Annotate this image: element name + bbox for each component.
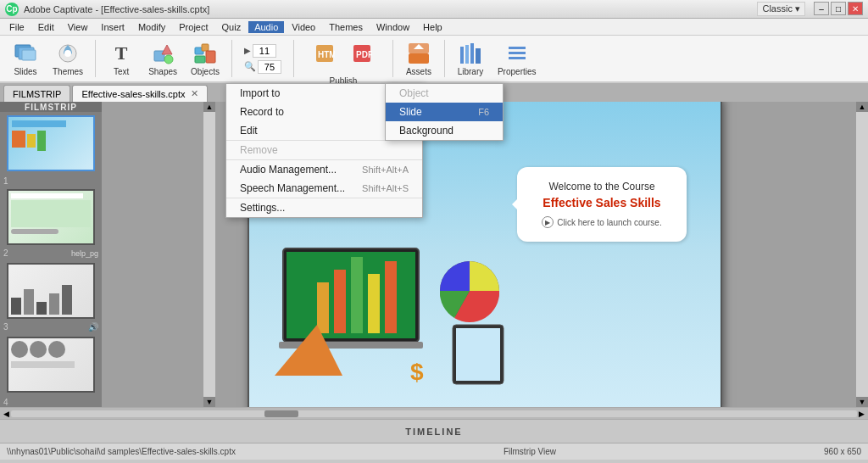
slide-dimensions: 960 x 650 bbox=[824, 447, 861, 456]
menu-section-settings: Settings... bbox=[226, 198, 422, 217]
bubble-link[interactable]: ▶ Click here to launch course. bbox=[534, 216, 670, 228]
slide-preview-4 bbox=[8, 338, 93, 391]
file-path: \\nhynas01\Public\sohail\d samples\Effec… bbox=[7, 447, 236, 456]
svg-rect-22 bbox=[476, 48, 481, 64]
slide-num-1: 1 bbox=[0, 175, 102, 186]
view-mode: Filmstrip View bbox=[504, 447, 556, 456]
scrollbar-left[interactable]: ▲ ▼ bbox=[203, 102, 215, 407]
slide-counter-row: ▶ bbox=[244, 44, 281, 58]
slide-title-2: help_pg bbox=[71, 249, 98, 258]
menu-bar: File Edit View Insert Modify Project Qui… bbox=[0, 19, 868, 36]
slide-num-3: 3 bbox=[3, 322, 8, 332]
toolbar-themes[interactable]: Themes bbox=[47, 37, 88, 80]
toolbar-library[interactable]: Library bbox=[452, 37, 489, 80]
scroll-left-btn[interactable]: ◀ bbox=[3, 410, 9, 418]
zoom-label: 🔍 bbox=[244, 61, 256, 72]
audio-menu-speech-mgmt[interactable]: Speech Management... Shift+Alt+S bbox=[226, 179, 422, 198]
scroll-up-btn[interactable]: ▲ bbox=[203, 102, 215, 112]
scrollbar-bottom[interactable]: ◀ ▶ bbox=[0, 408, 868, 420]
slide-preview-1 bbox=[8, 117, 93, 170]
zoom-row: 🔍 bbox=[244, 60, 281, 74]
menu-audio[interactable]: Audio bbox=[248, 21, 284, 33]
svg-rect-2 bbox=[22, 50, 36, 60]
menu-quiz[interactable]: Quiz bbox=[216, 21, 248, 33]
svg-rect-20 bbox=[465, 45, 469, 64]
properties-icon bbox=[505, 42, 529, 65]
slide-counter-input[interactable] bbox=[253, 44, 276, 58]
scroll-down-btn[interactable]: ▼ bbox=[203, 397, 215, 407]
slides-icon bbox=[14, 42, 37, 65]
menu-modify[interactable]: Modify bbox=[132, 21, 171, 33]
toolbar-text[interactable]: T Text bbox=[103, 37, 140, 80]
svg-rect-32 bbox=[385, 261, 397, 333]
audio-menu-audio-mgmt[interactable]: Audio Management... Shift+Alt+A bbox=[226, 160, 422, 179]
svg-rect-21 bbox=[470, 43, 474, 64]
close-button[interactable]: ✕ bbox=[848, 2, 863, 15]
slide-audio-3: 🔊 bbox=[88, 322, 98, 332]
menu-edit[interactable]: Edit bbox=[32, 21, 60, 33]
tab-close-icon[interactable]: ✕ bbox=[191, 88, 198, 99]
launch-text: Click here to launch course. bbox=[557, 218, 661, 227]
toolbar-sep-1 bbox=[95, 40, 96, 77]
menu-view[interactable]: View bbox=[62, 21, 94, 33]
status-bar: \\nhynas01\Public\sohail\d samples\Effec… bbox=[0, 443, 868, 460]
svg-rect-10 bbox=[206, 51, 215, 63]
scroll-track[interactable] bbox=[11, 410, 857, 417]
titlebar-text: Adobe Captivate - [Effective-sales-skill… bbox=[24, 4, 209, 14]
menu-window[interactable]: Window bbox=[370, 21, 415, 33]
svg-rect-30 bbox=[351, 257, 363, 333]
scroll-right-up-btn[interactable]: ▲ bbox=[856, 102, 868, 112]
menu-project[interactable]: Project bbox=[173, 21, 214, 33]
zoom-input[interactable] bbox=[258, 60, 281, 74]
menu-file[interactable]: File bbox=[3, 21, 31, 33]
toolbar-publish-html[interactable]: HTM bbox=[308, 32, 342, 75]
text-icon: T bbox=[109, 42, 133, 65]
svg-rect-31 bbox=[368, 274, 380, 333]
tab-main-file[interactable]: Effective-sales-skills.cptx ✕ bbox=[72, 85, 207, 102]
menu-insert[interactable]: Insert bbox=[95, 21, 131, 33]
maximize-button[interactable]: □ bbox=[831, 2, 846, 15]
toolbar-objects[interactable]: Objects bbox=[186, 37, 225, 80]
menu-help[interactable]: Help bbox=[417, 21, 448, 33]
svg-rect-25 bbox=[509, 57, 526, 59]
import-slide[interactable]: Slide F6 bbox=[386, 103, 503, 121]
tab-file-label: Effective-sales-skills.cptx bbox=[81, 89, 185, 99]
themes-icon bbox=[56, 42, 80, 65]
canvas-area: ▲ ▼ bbox=[102, 102, 868, 407]
scrollbar-right[interactable]: ▲ ▼ bbox=[856, 102, 868, 407]
slide-thumb-3[interactable] bbox=[7, 263, 95, 319]
toolbar-publish-pdf[interactable]: PDF bbox=[345, 32, 379, 75]
titlebar-controls: Classic ▾ – □ ✕ bbox=[757, 2, 863, 16]
slide-num-2: 2 bbox=[3, 248, 8, 258]
filmstrip-header: FILMSTRIP bbox=[0, 102, 102, 112]
timeline-section: TIMELINE bbox=[0, 420, 868, 443]
import-background[interactable]: Background bbox=[386, 121, 503, 140]
svg-text:PDF: PDF bbox=[356, 50, 372, 59]
svg-text:$: $ bbox=[410, 359, 424, 385]
slides-label: Slides bbox=[14, 67, 36, 76]
toolbar-assets[interactable]: Assets bbox=[400, 37, 437, 80]
toolbar-properties[interactable]: Properties bbox=[492, 37, 542, 80]
menu-themes[interactable]: Themes bbox=[323, 21, 369, 33]
toolbar-shapes[interactable]: Shapes bbox=[143, 37, 182, 80]
tab-filmstrip[interactable]: FILMSTRIP bbox=[3, 85, 70, 102]
svg-rect-37 bbox=[456, 328, 500, 381]
svg-rect-24 bbox=[509, 52, 526, 54]
slide-thumb-1[interactable] bbox=[7, 115, 95, 171]
slide-thumb-4[interactable] bbox=[7, 337, 95, 393]
menu-video[interactable]: Video bbox=[286, 21, 321, 33]
svg-text:HTM: HTM bbox=[318, 50, 335, 59]
scroll-right-btn[interactable]: ▶ bbox=[859, 410, 865, 418]
title-bar: Cp Adobe Captivate - [Effective-sales-sk… bbox=[0, 0, 868, 19]
scroll-right-down-btn[interactable]: ▼ bbox=[856, 397, 868, 407]
theme-selector[interactable]: Classic ▾ bbox=[757, 2, 805, 16]
shapes-label: Shapes bbox=[148, 67, 177, 76]
toolbar-slides[interactable]: Slides bbox=[7, 37, 44, 80]
bubble-subtitle: Effective Sales Skills bbox=[534, 196, 670, 209]
audio-menu-settings[interactable]: Settings... bbox=[226, 198, 422, 217]
assets-label: Assets bbox=[406, 67, 431, 76]
slide-thumb-2[interactable] bbox=[7, 189, 95, 245]
slide-preview-2 bbox=[8, 191, 93, 243]
minimize-button[interactable]: – bbox=[814, 2, 829, 15]
shapes-icon bbox=[151, 42, 175, 65]
